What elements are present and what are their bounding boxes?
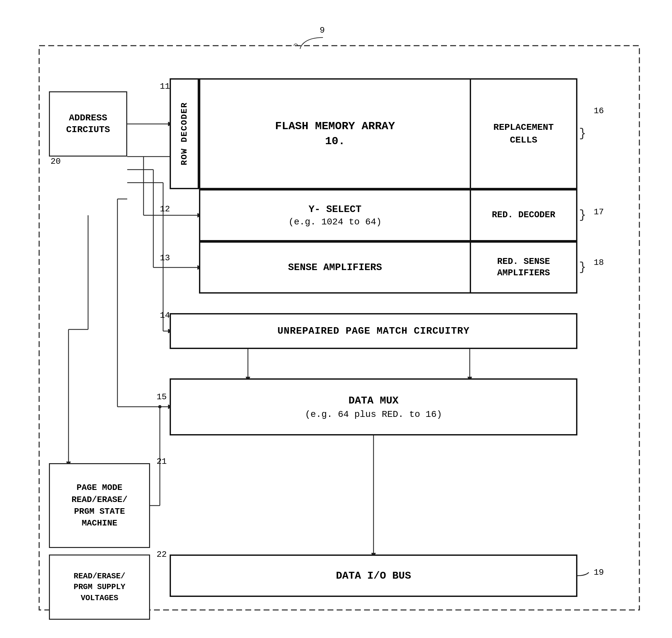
replacement-cells-label: REPLACEMENTCELLS bbox=[493, 121, 554, 147]
label-15: 15 bbox=[156, 392, 167, 402]
data-io-label: DATA I/O BUS bbox=[336, 570, 411, 582]
label-11: 11 bbox=[160, 82, 170, 91]
address-circuits-box: ADDRESSCIRCIUTS bbox=[49, 91, 127, 156]
row-decoder-label: ROW DECODER bbox=[180, 102, 189, 165]
red-sense-amp-box: RED. SENSE AMPLIFIERS bbox=[470, 241, 577, 293]
svg-point-31 bbox=[158, 405, 162, 408]
page-mode-box: PAGE MODE READ/ERASE/ PRGM STATE MACHINE bbox=[49, 463, 150, 548]
y-select-title: Y- SELECT bbox=[308, 204, 362, 215]
unrepaired-box: UNREPAIRED PAGE MATCH CIRCUITRY bbox=[170, 313, 577, 349]
label-19: 19 bbox=[594, 568, 604, 577]
sense-amp-label: SENSE AMPLIFIERS bbox=[288, 262, 382, 273]
flash-array-box: FLASH MEMORY ARRAY 10. bbox=[199, 78, 470, 189]
row-decoder-box: ROW DECODER bbox=[170, 78, 199, 189]
data-mux-title: DATA MUX bbox=[348, 395, 399, 407]
label-13: 13 bbox=[160, 253, 170, 263]
red-sense-label: RED. SENSE AMPLIFIERS bbox=[471, 256, 576, 279]
bracket-18: } bbox=[579, 241, 586, 293]
label-21: 21 bbox=[156, 457, 167, 467]
replacement-cells-box: REPLACEMENTCELLS bbox=[470, 78, 577, 189]
supply-label: READ/ERASE/ PRGM SUPPLY VOLTAGES bbox=[74, 571, 125, 604]
sense-amp-box: SENSE AMPLIFIERS bbox=[199, 241, 470, 293]
label-18: 18 bbox=[594, 258, 604, 267]
data-mux-box: DATA MUX (e.g. 64 plus RED. to 16) bbox=[170, 379, 577, 435]
data-io-bus-box: DATA I/O BUS bbox=[170, 554, 577, 597]
bracket-9: ⌒ bbox=[293, 41, 298, 50]
label-22: 22 bbox=[156, 550, 167, 559]
unrepaired-label: UNREPAIRED PAGE MATCH CIRCUITRY bbox=[277, 325, 469, 337]
label-20: 20 bbox=[51, 156, 61, 166]
red-decoder-box: RED. DECODER bbox=[470, 189, 577, 241]
label-16: 16 bbox=[594, 106, 604, 116]
address-circuits-label: ADDRESSCIRCIUTS bbox=[66, 112, 110, 136]
flash-array-num: 10. bbox=[325, 135, 345, 148]
page-mode-label: PAGE MODE READ/ERASE/ PRGM STATE MACHINE bbox=[71, 482, 128, 530]
y-select-box: Y- SELECT (e.g. 1024 to 64) bbox=[199, 189, 470, 241]
label-14: 14 bbox=[160, 310, 170, 320]
y-select-sub: (e.g. 1024 to 64) bbox=[288, 217, 382, 227]
label-17: 17 bbox=[594, 207, 604, 217]
label-12: 12 bbox=[160, 204, 170, 214]
red-decoder-label: RED. DECODER bbox=[492, 209, 555, 221]
bracket-17: } bbox=[579, 189, 586, 241]
bracket-16: } bbox=[579, 78, 586, 189]
flash-array-title: FLASH MEMORY ARRAY bbox=[275, 120, 395, 132]
supply-box: READ/ERASE/ PRGM SUPPLY VOLTAGES bbox=[49, 554, 150, 620]
label-9: 9 bbox=[320, 26, 325, 35]
data-mux-sub: (e.g. 64 plus RED. to 16) bbox=[305, 409, 442, 419]
